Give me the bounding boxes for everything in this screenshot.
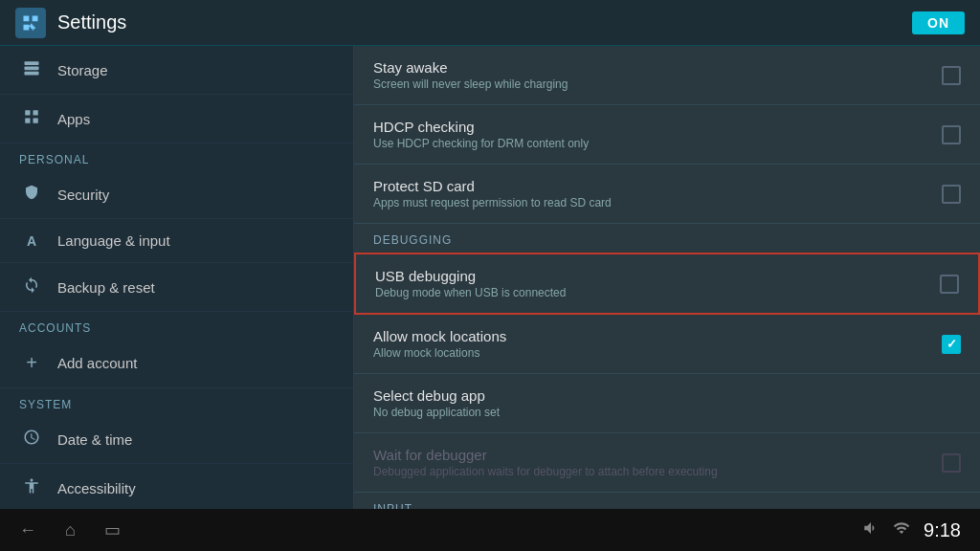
hdcp-title: HDCP checking [373,119,942,135]
protect-sd-checkbox[interactable] [942,185,961,204]
content-area: Stay awake Screen will never sleep while… [354,46,980,509]
section-personal: PERSONAL [0,143,353,170]
svg-rect-3 [25,110,30,115]
section-input: INPUT [354,493,980,509]
back-button[interactable]: ← [19,519,36,540]
sidebar: Storage Apps PERSONAL Security A Languag… [0,46,354,509]
debug-app-text: Select debug app No debug application se… [373,387,961,419]
mock-locations-subtitle: Allow mock locations [373,346,942,360]
hdcp-text: HDCP checking Use HDCP checking for DRM … [373,119,942,150]
nav-buttons: ← ⌂ ▭ [19,519,121,540]
svg-rect-6 [33,119,38,123]
section-debugging: DEBUGGING [354,224,980,253]
accessibility-label: Accessibility [57,480,136,496]
sidebar-item-storage[interactable]: Storage [0,46,353,95]
usb-debugging-subtitle: Debug mode when USB is connected [375,286,940,299]
sidebar-item-add-account[interactable]: + Add account [0,339,353,388]
hdcp-subtitle: Use HDCP checking for DRM content only [373,137,942,150]
debug-app-title: Select debug app [373,387,961,404]
svg-rect-2 [25,72,39,76]
svg-rect-1 [25,67,39,71]
date-label: Date & time [57,431,132,448]
wait-debugger-title: Wait for debugger [373,447,942,463]
page-title: Settings [57,11,912,33]
mock-locations-text: Allow mock locations Allow mock location… [373,328,942,360]
add-account-label: Add account [57,355,137,371]
wait-debugger-text: Wait for debugger Debugged application w… [373,447,942,478]
backup-label: Backup & reset [57,279,155,296]
stay-awake-row[interactable]: Stay awake Screen will never sleep while… [354,46,980,105]
svg-rect-0 [25,61,39,65]
apps-icon [19,108,44,129]
usb-debugging-text: USB debugging Debug mode when USB is con… [375,268,940,299]
bottombar: ← ⌂ ▭ 9:18 [0,509,980,551]
hdcp-row[interactable]: HDCP checking Use HDCP checking for DRM … [354,105,980,165]
mock-locations-row[interactable]: Allow mock locations Allow mock location… [354,315,980,374]
protect-sd-title: Protect SD card [373,178,942,194]
usb-debugging-row[interactable]: USB debugging Debug mode when USB is con… [354,253,980,315]
mock-locations-checkbox[interactable] [942,335,961,354]
add-account-icon: + [19,352,44,374]
mock-locations-title: Allow mock locations [373,328,942,344]
main-layout: Storage Apps PERSONAL Security A Languag… [0,46,980,509]
debug-app-subtitle: No debug application set [373,406,961,419]
stay-awake-text: Stay awake Screen will never sleep while… [373,59,942,91]
toggle-button[interactable]: ON [912,11,965,34]
language-icon: A [19,233,44,249]
sidebar-item-apps[interactable]: Apps [0,95,353,143]
section-system: SYSTEM [0,388,353,415]
home-button[interactable]: ⌂ [65,519,76,540]
wait-debugger-checkbox[interactable] [942,453,961,473]
apps-label: Apps [57,111,90,127]
signal-icon [893,519,910,540]
recents-button[interactable]: ▭ [104,519,121,540]
protect-sd-subtitle: Apps must request permission to read SD … [373,196,942,209]
stay-awake-subtitle: Screen will never sleep while charging [373,77,942,91]
sidebar-item-language[interactable]: A Language & input [0,219,353,263]
sidebar-item-accessibility[interactable]: Accessibility [0,464,353,509]
stay-awake-checkbox[interactable] [942,66,961,85]
section-accounts: ACCOUNTS [0,312,353,339]
wait-debugger-subtitle: Debugged application waits for debugger … [373,465,942,478]
hdcp-checkbox[interactable] [942,125,961,144]
language-label: Language & input [57,232,170,249]
topbar: Settings ON [0,0,980,46]
usb-debugging-title: USB debugging [375,268,940,284]
sidebar-item-date[interactable]: Date & time [0,415,353,464]
sidebar-item-security[interactable]: Security [0,170,353,219]
svg-rect-5 [25,119,30,123]
settings-icon [15,8,46,38]
storage-label: Storage [57,62,108,78]
date-icon [19,429,44,450]
debug-app-row[interactable]: Select debug app No debug application se… [354,374,980,433]
protect-sd-row[interactable]: Protect SD card Apps must request permis… [354,165,980,224]
clock: 9:18 [924,519,961,541]
usb-debugging-checkbox[interactable] [940,275,959,294]
svg-rect-4 [33,110,38,115]
wait-debugger-row[interactable]: Wait for debugger Debugged application w… [354,433,980,493]
status-area: 9:18 [862,519,961,541]
backup-icon [19,276,44,298]
protect-sd-text: Protect SD card Apps must request permis… [373,178,942,209]
mute-icon [862,519,880,540]
accessibility-icon [19,477,44,498]
stay-awake-title: Stay awake [373,59,942,76]
security-label: Security [57,187,109,203]
security-icon [19,184,44,205]
storage-icon [19,59,44,80]
sidebar-item-backup[interactable]: Backup & reset [0,263,353,312]
